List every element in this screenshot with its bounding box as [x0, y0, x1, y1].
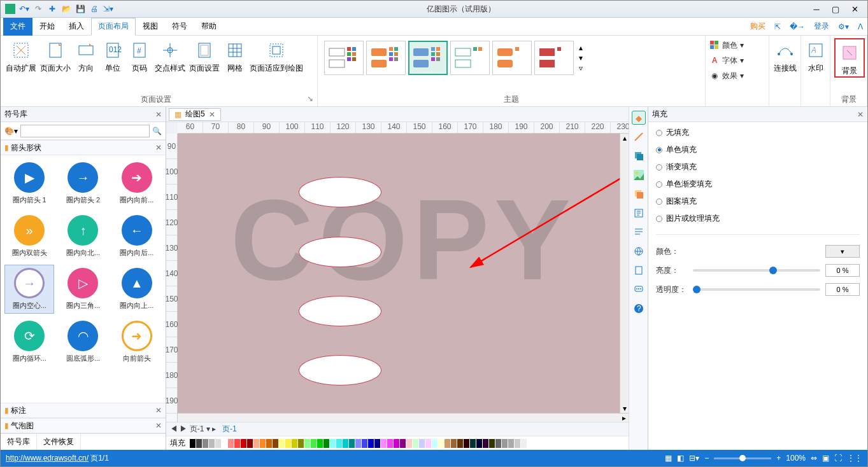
image-tool-icon[interactable]: [632, 168, 646, 182]
theme-card[interactable]: [534, 41, 574, 75]
ellipse-shape[interactable]: [299, 296, 381, 326]
library-picker-icon[interactable]: 🎨▾: [4, 127, 18, 136]
fit-width-icon[interactable]: ⇔: [811, 454, 817, 463]
bottom-tab-library[interactable]: 符号库: [1, 434, 37, 450]
shape-item[interactable]: ➜向前箭头: [112, 317, 162, 366]
font-dropdown[interactable]: A字体▾: [709, 53, 744, 67]
tab-insert[interactable]: 插入: [62, 18, 91, 36]
shape-item[interactable]: ▷圈内三角...: [58, 265, 108, 314]
fit-page-icon[interactable]: ▣: [822, 454, 829, 463]
scroll-right-icon[interactable]: ▸: [620, 414, 629, 422]
color-swatch[interactable]: [355, 439, 361, 448]
cross-style-button[interactable]: 交点样式: [153, 38, 187, 73]
doc-tab-close-icon[interactable]: ✕: [209, 110, 215, 119]
color-swatch[interactable]: [476, 439, 482, 448]
tab-view[interactable]: 视图: [136, 18, 165, 36]
scroll-up-icon[interactable]: ▴: [620, 134, 629, 143]
settings-icon[interactable]: ⚙▾: [836, 22, 851, 31]
effect-dropdown[interactable]: ◉效果▾: [709, 69, 744, 83]
color-swatch[interactable]: [273, 439, 278, 448]
section-close-icon[interactable]: ✕: [155, 406, 162, 415]
theme-card[interactable]: [324, 41, 364, 75]
canvas[interactable]: COPY: [178, 134, 629, 422]
tab-help[interactable]: 帮助: [194, 18, 224, 36]
tab-file[interactable]: 文件: [3, 18, 32, 36]
unit-button[interactable]: 012单位: [100, 38, 125, 73]
pagesetup-launcher-icon[interactable]: ↘: [307, 94, 313, 103]
color-swatch[interactable]: [470, 439, 476, 448]
color-swatch[interactable]: [336, 439, 342, 448]
zoom-slider[interactable]: [714, 457, 771, 459]
brightness-value[interactable]: 0 %: [825, 264, 860, 277]
bottom-tab-recovery[interactable]: 文件恢复: [37, 434, 81, 450]
color-swatch[interactable]: [241, 439, 246, 448]
color-swatch[interactable]: [400, 439, 406, 448]
collapse-ribbon-icon[interactable]: ᐱ: [856, 22, 865, 31]
color-swatch[interactable]: [209, 439, 215, 448]
color-swatch[interactable]: [419, 439, 425, 448]
theme-gallery[interactable]: ▴ ▾ ▿: [322, 38, 585, 78]
section-arrows[interactable]: 箭头形状: [11, 143, 41, 152]
color-swatch[interactable]: [285, 439, 291, 448]
page-number-button[interactable]: #页码: [127, 38, 152, 73]
color-swatch[interactable]: [432, 439, 438, 448]
shape-item[interactable]: ➔圈内向前...: [112, 159, 162, 208]
close-panel-icon[interactable]: ✕: [155, 110, 162, 119]
background-button[interactable]: 背景: [837, 41, 862, 75]
view-mode-1-icon[interactable]: ▦: [665, 454, 672, 463]
theme-card-selected[interactable]: [408, 41, 448, 75]
view-mode-2-icon[interactable]: ◧: [677, 454, 684, 463]
shape-item[interactable]: →圈内空心...: [4, 265, 54, 314]
search-input[interactable]: [20, 125, 150, 137]
color-swatch[interactable]: [228, 439, 234, 448]
color-swatch[interactable]: [196, 439, 202, 448]
color-dropdown[interactable]: 颜色▾: [709, 38, 744, 52]
save-icon[interactable]: 💾: [75, 3, 86, 15]
brightness-slider[interactable]: [693, 269, 820, 272]
color-swatch[interactable]: [489, 439, 495, 448]
zoom-out-icon[interactable]: −: [704, 454, 709, 463]
ellipse-shape[interactable]: [299, 355, 381, 386]
color-swatch[interactable]: [362, 439, 367, 448]
watermark-button[interactable]: A水印: [805, 38, 827, 73]
tab-home[interactable]: 开始: [32, 18, 62, 36]
section-annot[interactable]: 标注: [11, 406, 26, 415]
gallery-up-icon[interactable]: ▴: [579, 43, 583, 52]
color-picker[interactable]: ▾: [825, 245, 860, 258]
login-link[interactable]: 登录: [812, 21, 831, 32]
more-icon[interactable]: ⋮⋮: [847, 454, 862, 463]
color-swatch[interactable]: [317, 439, 323, 448]
new-icon[interactable]: ✚: [46, 3, 58, 15]
shape-item[interactable]: ↑圈内向北...: [58, 212, 108, 261]
grid-button[interactable]: 网格: [222, 38, 248, 73]
layer-tool-icon[interactable]: [632, 187, 646, 201]
redo-icon[interactable]: ↷: [32, 3, 44, 15]
color-swatch[interactable]: [445, 439, 450, 448]
close-fill-panel-icon[interactable]: ✕: [857, 110, 864, 119]
link-tool-icon[interactable]: [632, 244, 646, 258]
color-swatch[interactable]: [521, 439, 527, 448]
shape-item[interactable]: ◠圆底弧形...: [58, 317, 108, 366]
color-swatch[interactable]: [247, 439, 253, 448]
tab-symbol[interactable]: 符号: [165, 18, 194, 36]
color-swatch[interactable]: [457, 439, 463, 448]
color-swatch[interactable]: [406, 439, 412, 448]
zoom-in-icon[interactable]: +: [776, 454, 781, 463]
para-tool-icon[interactable]: [632, 225, 646, 239]
color-swatch[interactable]: [298, 439, 304, 448]
color-swatch[interactable]: [464, 439, 469, 448]
color-swatch[interactable]: [253, 439, 259, 448]
color-swatch[interactable]: [260, 439, 266, 448]
section-close-icon[interactable]: ✕: [155, 143, 162, 152]
tab-layout[interactable]: 页面布局: [91, 18, 136, 36]
fullscreen-icon[interactable]: ⛶: [834, 454, 842, 463]
color-swatch[interactable]: [368, 439, 374, 448]
fill-option-radio[interactable]: 单色渐变填充: [656, 179, 860, 190]
page-size-button[interactable]: 页面大小: [39, 38, 72, 73]
undo-icon[interactable]: ↶▾: [18, 3, 30, 15]
text-tool-icon[interactable]: [632, 206, 646, 220]
color-swatch[interactable]: [438, 439, 444, 448]
page-setup-button[interactable]: 页面设置: [188, 38, 221, 73]
document-tab[interactable]: ▦绘图5✕: [169, 108, 221, 121]
color-swatch[interactable]: [502, 439, 508, 448]
